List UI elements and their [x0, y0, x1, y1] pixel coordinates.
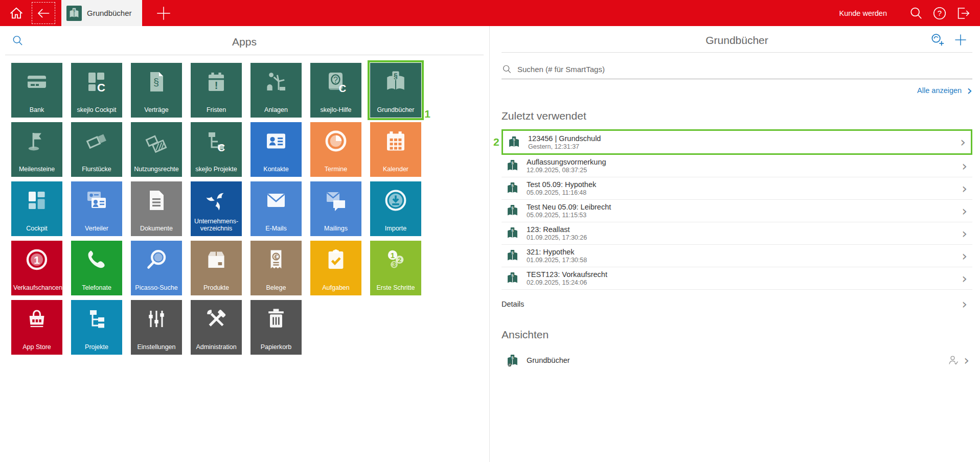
apps-panel: Apps BankCskejlo Cockpit§Verträge!Friste…	[0, 26, 489, 462]
app-tile-unternehmens-verzeichnis[interactable]: Unternehmens-verzeichnis	[191, 181, 242, 236]
recent-item-auflassungsvormerkung[interactable]: §Auflassungsvormerkung12.09.2025, 08:37:…	[502, 155, 972, 177]
app-tile-belege[interactable]: €Belege	[250, 241, 302, 295]
panel-title: Grundbücher	[502, 26, 972, 55]
grid-refresh-icon: C	[84, 70, 109, 96]
app-tile-telefonate[interactable]: Telefonate	[71, 241, 122, 295]
home-icon[interactable]	[8, 5, 25, 22]
tile-label: Cockpit	[13, 225, 60, 233]
alle-anzeigen-link[interactable]: Alle anzeigen	[917, 86, 962, 95]
app-tile-picasso-suche[interactable]: Picasso-Suche	[131, 241, 182, 295]
add-record-icon[interactable]	[953, 32, 968, 48]
svg-text:C: C	[97, 81, 105, 94]
app-tile-bank[interactable]: Bank	[11, 63, 62, 118]
shop-bag-icon	[25, 307, 49, 333]
search-input[interactable]	[517, 65, 972, 74]
app-tile-importe[interactable]: Importe	[370, 181, 421, 236]
kunde-werden-link[interactable]: Kunde werden	[839, 9, 887, 17]
item-title: Test 05.09: Hypothek	[527, 180, 596, 189]
tile-label: Projekte	[73, 343, 120, 351]
tile-label: Meilensteine	[13, 166, 60, 173]
recent-item-test-05-09-hypothek[interactable]: §Test 05.09: Hypothek05.09.2025, 11:16:4…	[502, 177, 972, 200]
chevron-right-icon: ›	[962, 299, 967, 309]
app-tile-administration[interactable]: Administration	[191, 300, 242, 355]
assign-user-icon[interactable]	[947, 354, 960, 366]
recent-item-321-hypothek[interactable]: §321: Hypothek01.09.2025, 17:30:58›	[502, 245, 972, 267]
parcel-icon	[84, 129, 109, 155]
app-tile-vertrage[interactable]: §Verträge	[131, 63, 182, 118]
app-tile-papierkorb[interactable]: Papierkorb	[250, 300, 302, 355]
credit-card-icon	[25, 70, 49, 96]
back-arrow-icon	[36, 6, 51, 21]
app-tile-mailings[interactable]: Mailings	[310, 181, 361, 236]
recent-item-123-reallast[interactable]: §123: Reallast01.09.2025, 17:30:26›	[502, 222, 972, 245]
item-title: 123: Reallast	[527, 225, 587, 234]
app-tile-flurstucke[interactable]: Flurstücke	[71, 122, 122, 177]
app-tile-termine[interactable]: Termine	[310, 122, 361, 177]
plus-icon	[154, 4, 173, 22]
flag-icon	[25, 129, 49, 155]
tile-label: Anlagen	[253, 106, 300, 114]
app-tile-einstellungen[interactable]: Einstellungen	[131, 300, 182, 355]
app-tile-skejlo-hilfe[interactable]: ?Cskejlo-Hilfe	[310, 63, 361, 118]
details-row[interactable]: Details ›	[502, 294, 972, 314]
app-tile-erste-schritte[interactable]: 123Erste Schritte	[370, 241, 421, 295]
views-list: §✓Grundbücher›	[502, 349, 972, 372]
new-tab-button[interactable]	[154, 4, 173, 22]
app-tile-dokumente[interactable]: Dokumente	[131, 181, 182, 236]
app-tile-skejlo-projekte[interactable]: Cskejlo Projekte	[191, 122, 242, 177]
app-tile-produkte[interactable]: Produkte	[191, 241, 242, 295]
global-search-icon[interactable]	[908, 6, 924, 21]
recent-item-test-neu-05-09-leibrecht[interactable]: §Test Neu 05.09: Leibrecht05.09.2025, 11…	[502, 200, 972, 222]
panel-header: Grundbücher	[502, 26, 972, 53]
app-tile-anlagen[interactable]: Anlagen	[250, 63, 302, 118]
tile-label: Verkaufschancen	[13, 284, 60, 292]
apps-header: Apps	[5, 26, 484, 55]
tab-grundbuecher[interactable]: § Grundbücher	[61, 0, 142, 26]
recent-heading: Zuletzt verwendet	[502, 110, 972, 122]
app-tile-meilensteine[interactable]: Meilensteine	[11, 122, 62, 177]
app-tile-aufgaben[interactable]: Aufgaben	[310, 241, 361, 295]
grundbuecher-panel: Grundbücher Alle anzeigen › Zuletzt verw…	[490, 26, 980, 462]
app-tile-grundbucher[interactable]: §Grundbücher1	[370, 63, 421, 118]
app-tile-app-store[interactable]: App Store	[11, 300, 62, 355]
tile-label: Dokumente	[133, 225, 180, 233]
item-title: 123456 | Grundschuld	[528, 134, 601, 143]
app-tile-kontakte[interactable]: Kontakte	[250, 122, 302, 177]
back-button[interactable]	[32, 2, 55, 24]
dashboard-tiles-icon	[25, 188, 49, 215]
recent-item-test123-vorkaufsrecht[interactable]: §TEST123: Vorkaufsrecht02.09.2025, 15:24…	[502, 267, 972, 290]
grundbuch-book-icon: §	[506, 204, 519, 218]
recent-item-123456-grundschuld[interactable]: §123456 | GrundschuldGestern, 12:31:37›2	[502, 129, 972, 155]
app-tile-fristen[interactable]: !Fristen	[191, 63, 242, 118]
tile-label: Importe	[372, 225, 419, 233]
download-circle-icon	[383, 188, 408, 215]
tile-label: Picasso-Suche	[133, 284, 180, 292]
add-link-icon[interactable]	[929, 32, 945, 48]
app-tile-nutzungsrechte[interactable]: Nutzungsrechte	[131, 122, 182, 177]
app-tile-verkaufschancen[interactable]: 1Verkaufschancen	[11, 241, 62, 295]
app-tile-skejlo-cockpit[interactable]: Cskejlo Cockpit	[71, 63, 122, 118]
tile-label: App Store	[13, 343, 60, 351]
search-field[interactable]	[502, 59, 972, 79]
topbar-actions: Kunde werden ?	[839, 6, 980, 21]
alle-anzeigen-row[interactable]: Alle anzeigen ›	[502, 85, 972, 96]
help-icon[interactable]: ?	[932, 6, 947, 21]
svg-text:3: 3	[393, 261, 396, 268]
app-tile-cockpit[interactable]: Cockpit	[11, 181, 62, 236]
app-tile-verteiler[interactable]: Verteiler	[71, 181, 122, 236]
grundbuecher-app-icon: §	[66, 6, 82, 21]
tile-label: Unternehmens-verzeichnis	[193, 218, 240, 233]
item-timestamp: 05.09.2025, 11:15:53	[527, 212, 611, 219]
svg-text:C: C	[339, 83, 346, 94]
view-item-grundbucher[interactable]: §✓Grundbücher›	[502, 349, 972, 372]
app-tile-projekte[interactable]: Projekte	[71, 300, 122, 355]
recent-list: §123456 | GrundschuldGestern, 12:31:37›2…	[502, 129, 972, 290]
svg-text:§: §	[73, 8, 75, 12]
grundbuch-book-icon: §	[506, 226, 519, 240]
logout-icon[interactable]	[955, 6, 971, 21]
tile-label: Termine	[312, 166, 359, 173]
app-tile-kalender[interactable]: Kalender	[370, 122, 421, 177]
app-tile-e-mails[interactable]: E-Mails	[250, 181, 302, 236]
book-paragraph-icon: §	[383, 70, 408, 96]
tile-label: Kalender	[372, 166, 419, 173]
